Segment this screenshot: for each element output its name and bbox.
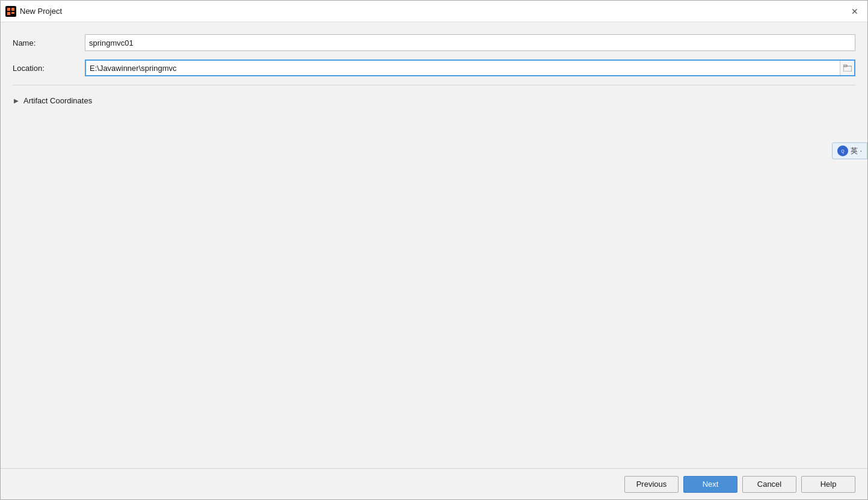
name-row: Name:	[13, 34, 855, 51]
browse-button[interactable]	[840, 61, 854, 75]
svg-rect-1	[7, 8, 10, 11]
previous-button[interactable]: Previous	[624, 476, 679, 493]
artifact-label: Artifact Coordinates	[23, 96, 92, 105]
name-label: Name:	[13, 38, 85, 47]
svg-rect-3	[7, 12, 10, 15]
title-bar-left: New Project	[5, 6, 62, 17]
cancel-button[interactable]: Cancel	[742, 476, 796, 493]
next-button[interactable]: Next	[683, 476, 737, 493]
location-row: Location:	[13, 59, 855, 76]
svg-rect-2	[11, 8, 14, 11]
content-area: Name: Location: ▶ Artifact Coordinates	[1, 22, 867, 468]
help-button[interactable]: Help	[801, 476, 855, 493]
svg-rect-4	[11, 12, 14, 14]
divider	[13, 85, 855, 85]
location-input[interactable]	[86, 61, 840, 75]
location-wrapper	[85, 59, 855, 76]
intellij-logo-icon	[5, 6, 16, 17]
artifact-coordinates-row[interactable]: ▶ Artifact Coordinates	[13, 96, 855, 105]
svg-rect-0	[5, 6, 16, 17]
dialog-title: New Project	[20, 7, 62, 16]
input-method-text: 英	[851, 146, 858, 156]
svg-text:Q: Q	[841, 149, 845, 154]
input-method-icon: Q	[837, 145, 848, 156]
title-bar: New Project ✕	[1, 1, 867, 22]
input-method-extra: ·	[860, 147, 862, 155]
new-project-dialog: New Project ✕ Name: Location:	[0, 0, 868, 500]
close-button[interactable]: ✕	[847, 4, 863, 19]
expand-icon: ▶	[13, 97, 20, 105]
input-method-widget[interactable]: Q 英 ·	[832, 142, 867, 159]
name-input[interactable]	[85, 34, 855, 51]
location-label: Location:	[13, 64, 85, 73]
bottom-bar: Previous Next Cancel Help	[1, 468, 867, 499]
